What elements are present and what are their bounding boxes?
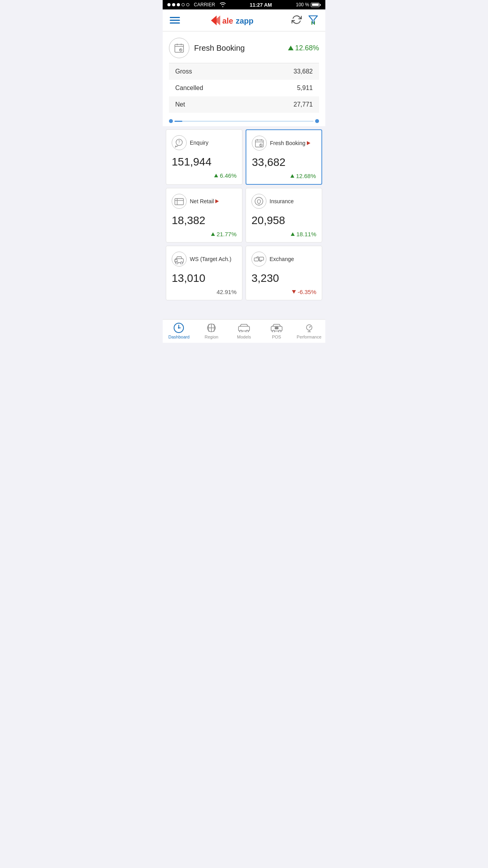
booking-summary-percentage: 12.68% [288, 44, 319, 52]
tab-dashboard[interactable]: Dashboard [163, 322, 195, 339]
stats-label: Cancelled [175, 85, 203, 92]
card-title: Net Retail [190, 198, 219, 204]
card-insurance[interactable]: Insurance 20,958 18.11% [246, 188, 322, 243]
navbar: ale zapp [163, 9, 325, 31]
card-footer: 12.68% [252, 173, 316, 179]
svg-rect-27 [259, 257, 264, 260]
card-arrow-indicator [307, 141, 310, 145]
stats-row: Gross 33,682 [169, 63, 319, 80]
card-value: 20,958 [251, 214, 316, 227]
svg-line-45 [309, 326, 311, 327]
gray-spacer [163, 303, 325, 319]
pct-up-icon [291, 232, 295, 236]
card-header: Insurance [251, 194, 316, 209]
hamburger-menu-button[interactable] [169, 16, 181, 24]
card-title: Insurance [270, 198, 294, 204]
card-header: ? Enquiry [172, 135, 237, 150]
card-icon-circle [251, 252, 266, 267]
wifi-icon [220, 2, 226, 7]
pct-up-icon [290, 174, 294, 178]
svg-text:zapp: zapp [236, 17, 253, 25]
tab-pos[interactable]: POS [260, 322, 293, 339]
stats-label: Net [175, 101, 185, 108]
svg-text:ale: ale [222, 17, 233, 25]
card-footer: -6.35% [251, 289, 316, 295]
card-value: 13,010 [172, 272, 237, 285]
stats-row: Cancelled 5,911 [169, 80, 319, 96]
logo-svg: ale zapp [207, 13, 264, 28]
stats-label: Gross [175, 68, 192, 75]
card-value: 3,230 [251, 272, 316, 285]
status-bar: CARRIER 11:27 AM 100 % [163, 0, 325, 9]
tab-performance[interactable]: Performance [293, 322, 325, 339]
calendar-icon [174, 42, 185, 53]
card-title: Exchange [270, 256, 294, 262]
svg-point-36 [240, 330, 242, 332]
card-enquiry[interactable]: ? Enquiry 151,944 6.46% [166, 129, 242, 185]
svg-rect-41 [275, 327, 278, 329]
tab-models[interactable]: Models [228, 322, 261, 339]
scroll-track [174, 121, 314, 122]
navbar-actions [291, 14, 319, 27]
stats-value: 33,682 [294, 68, 313, 75]
svg-point-23 [176, 262, 178, 264]
card-pct: 6.46% [220, 172, 237, 179]
refresh-button[interactable] [291, 14, 303, 27]
scroll-end-dot [315, 119, 319, 123]
card-footer: 21.77% [172, 231, 237, 237]
booking-summary: Fresh Booking 12.68% Gross 33,682 Cancel… [163, 31, 325, 113]
refresh-icon [292, 15, 302, 25]
pct-up-icon [214, 174, 218, 177]
card-header: WS (Target Ach.) [172, 252, 237, 267]
svg-point-39 [272, 330, 275, 332]
booking-summary-icon [169, 38, 189, 58]
card-value: 151,944 [172, 156, 237, 168]
card-footer: 6.46% [172, 172, 237, 179]
card-net-retail[interactable]: Net Retail 18,382 21.77% [166, 188, 242, 243]
svg-text:?: ? [178, 140, 180, 144]
svg-rect-26 [254, 258, 259, 261]
carrier-label: CARRIER [194, 2, 215, 7]
svg-point-31 [178, 327, 180, 329]
card-icon-circle [251, 194, 266, 209]
card-pct: -6.35% [297, 289, 316, 295]
svg-line-10 [180, 49, 181, 50]
svg-point-24 [180, 262, 183, 264]
card-arrow-indicator [215, 199, 219, 203]
status-bar-time: 11:27 AM [250, 2, 272, 8]
pct-down-icon [292, 290, 296, 294]
svg-point-40 [279, 330, 281, 332]
tab-region[interactable]: Region [195, 322, 228, 339]
status-bar-left: CARRIER [167, 2, 226, 7]
status-bar-right: 100 % [296, 2, 321, 7]
scroll-thumb [174, 121, 182, 122]
stats-value: 27,771 [294, 101, 313, 108]
card-header: Fresh Booking [252, 136, 316, 151]
card-fresh-booking[interactable]: Fresh Booking 33,682 12.68% [246, 129, 322, 185]
hamburger-icon [170, 17, 180, 24]
booking-trend-up-icon [288, 46, 294, 50]
filter-button[interactable] [307, 14, 319, 27]
card-icon-circle [172, 252, 187, 267]
stats-table: Gross 33,682 Cancelled 5,911 Net 27,771 [169, 63, 319, 113]
booking-summary-title: Fresh Booking [194, 44, 245, 53]
filter-icon [308, 15, 318, 25]
battery-icon [311, 3, 321, 7]
signal-dot-1 [167, 3, 171, 6]
booking-pct-value: 12.68% [295, 44, 319, 52]
models-icon [238, 322, 250, 333]
card-icon-circle [252, 136, 267, 151]
signal-dot-4 [182, 3, 185, 6]
card-pct: 21.77% [216, 231, 237, 237]
tab-dashboard-label: Dashboard [168, 335, 189, 339]
performance-icon [304, 322, 315, 333]
card-exchange[interactable]: Exchange 3,230 -6.35% [246, 246, 322, 300]
booking-summary-header: Fresh Booking 12.68% [169, 38, 319, 58]
card-icon-circle [172, 194, 187, 209]
cards-section: ? Enquiry 151,944 6.46% Fresh Booking 33… [163, 126, 325, 303]
pct-up-icon [211, 232, 215, 236]
tab-models-label: Models [237, 335, 251, 339]
scroll-start-dot [169, 119, 173, 123]
signal-dot-5 [186, 3, 189, 6]
card-ws-target[interactable]: WS (Target Ach.) 13,010 42.91% [166, 246, 242, 300]
